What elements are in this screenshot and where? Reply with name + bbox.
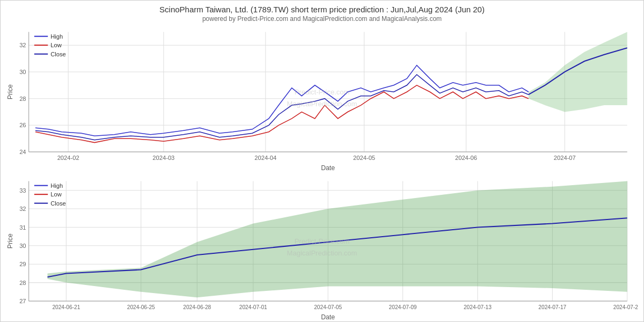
svg-text:30: 30: [19, 243, 26, 249]
svg-text:Price: Price: [6, 84, 14, 99]
svg-text:2024-07-17: 2024-07-17: [538, 305, 566, 311]
svg-text:29: 29: [19, 261, 26, 267]
powered-by: powered by Predict-Price.com and Magical…: [1, 15, 643, 23]
svg-text:2024-07: 2024-07: [554, 155, 576, 161]
svg-text:24: 24: [19, 149, 26, 155]
svg-text:Date: Date: [321, 313, 335, 321]
page-wrapper: ScinoPharm Taiwan, Ltd. (1789.TW) short …: [0, 0, 644, 322]
svg-text:2024-07-21: 2024-07-21: [613, 305, 638, 311]
svg-text:33: 33: [19, 187, 26, 194]
chart-bottom: Predict-Price.comMagicalPrediction.com 2…: [6, 173, 638, 322]
svg-text:2024-06-21: 2024-06-21: [52, 305, 80, 311]
svg-text:2024-06-25: 2024-06-25: [127, 305, 155, 311]
svg-text:27: 27: [19, 298, 26, 304]
svg-text:2024-02: 2024-02: [57, 155, 79, 161]
svg-text:2024-07-01: 2024-07-01: [239, 305, 267, 311]
svg-text:2024-05: 2024-05: [353, 155, 375, 161]
svg-text:30: 30: [19, 69, 26, 75]
svg-text:26: 26: [19, 122, 26, 128]
svg-text:High: High: [50, 33, 63, 40]
svg-text:2024-06-28: 2024-06-28: [183, 305, 211, 311]
svg-text:32: 32: [19, 42, 26, 48]
svg-text:2024-07-05: 2024-07-05: [314, 305, 342, 311]
svg-text:Low: Low: [50, 42, 62, 48]
svg-text:2024-06: 2024-06: [455, 155, 477, 161]
svg-text:2024-07-09: 2024-07-09: [389, 305, 417, 311]
svg-text:Close: Close: [50, 200, 66, 207]
svg-text:2024-03: 2024-03: [152, 155, 174, 161]
header: ScinoPharm Taiwan, Ltd. (1789.TW) short …: [1, 1, 643, 24]
svg-text:31: 31: [19, 224, 26, 231]
svg-text:Close: Close: [50, 51, 66, 57]
svg-text:28: 28: [19, 96, 26, 102]
chart-top: Predict-Price.comMagicalPrediction.com 2…: [6, 24, 638, 173]
svg-text:2024-07-13: 2024-07-13: [464, 305, 492, 311]
svg-text:2024-04: 2024-04: [254, 155, 276, 161]
svg-text:Low: Low: [50, 191, 62, 197]
page-title: ScinoPharm Taiwan, Ltd. (1789.TW) short …: [1, 5, 643, 14]
svg-text:Price: Price: [6, 233, 14, 248]
svg-text:32: 32: [19, 206, 26, 212]
svg-text:High: High: [50, 182, 63, 189]
svg-text:Date: Date: [321, 164, 335, 172]
svg-text:28: 28: [19, 280, 26, 286]
charts-area: Predict-Price.comMagicalPrediction.com 2…: [1, 24, 643, 322]
